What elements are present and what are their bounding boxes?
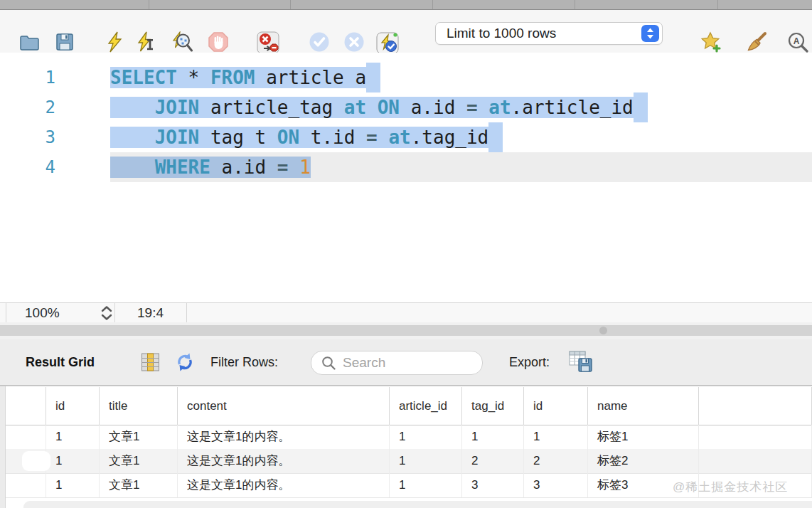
code-segment: at [344,97,366,118]
grid-row-2[interactable]: 1文章1这是文章1的内容。122标签2 [0,449,812,474]
grid-cell[interactable]: 1 [46,425,100,449]
column-header-title[interactable]: title [100,387,178,425]
column-header-id[interactable]: id [524,387,588,425]
result-grid: idtitlecontentarticle_idtag_ididname 1文章… [0,386,812,508]
grid-cell[interactable]: 文章1 [100,449,178,473]
panel-splitter[interactable] [0,325,812,336]
grid-cell[interactable] [0,473,46,497]
grid-cell[interactable] [699,449,812,473]
column-header-article_id[interactable]: article_id [390,387,462,425]
limit-rows-value: Limit to 1000 rows [447,23,556,44]
window-top-strip [0,0,812,10]
editor-status-bar: 100% 19:4 [0,302,812,324]
line-number: 2 [0,92,55,122]
export-label: Export: [509,339,550,385]
sql-editor[interactable]: 1SELECT * FROM article a2 JOIN article_t… [0,53,812,302]
code-segment: a.id [210,157,277,178]
column-header-content[interactable]: content [178,387,390,425]
grid-cell[interactable]: 1 [462,425,524,449]
column-header-tag_id[interactable]: tag_id [462,387,524,425]
code-text: SELECT * FROM article a [110,63,812,92]
column-header-id[interactable]: id [46,387,100,425]
code-segment: * [177,67,210,88]
grid-cell[interactable]: 这是文章1的内容。 [178,449,390,473]
zoom-level: 100% [25,303,60,323]
zoom-control[interactable]: 100% [6,303,115,323]
code-segment [110,127,155,148]
toggle-autocommit-icon[interactable] [376,31,399,53]
code-segment [378,127,389,148]
grid-cell[interactable]: 1 [390,425,462,449]
strip-divider [432,0,433,9]
code-segment: JOIN [155,127,200,148]
save-snippet-icon[interactable] [700,31,722,53]
code-text: JOIN article_tag at ON a.id = at.article… [110,92,812,122]
refresh-icon[interactable] [175,352,195,375]
zoom-stepper-icon[interactable] [100,305,114,321]
grid-cell[interactable]: 这是文章1的内容。 [178,425,390,449]
grid-cell[interactable]: 1 [390,473,462,497]
rollback-icon[interactable] [343,31,365,53]
grid-cell[interactable]: 文章1 [100,425,178,449]
line-number: 4 [0,152,55,182]
code-segment: 1 [299,157,311,178]
strip-divider [717,0,718,9]
selection-tail [366,63,380,92]
grid-cell[interactable]: 2 [524,449,588,473]
grid-cell[interactable]: 3 [462,473,524,497]
grid-cell[interactable]: 标签1 [588,425,699,449]
beautify-sql-icon[interactable] [747,31,768,53]
new-row-placeholder[interactable] [23,501,812,508]
toggle-stop-on-error-icon[interactable] [257,31,279,53]
code-segment [366,97,378,118]
filter-search-box[interactable] [311,351,483,375]
grid-cell[interactable] [0,425,46,449]
selection-tail [488,122,503,152]
code-segment [478,97,489,118]
filter-rows-label: Filter Rows: [210,339,278,385]
grid-view-icon[interactable] [141,352,160,375]
explain-plan-icon[interactable] [171,31,193,53]
open-script-icon[interactable] [18,31,40,53]
code-segment: ON [378,97,400,118]
code-segment: = [366,127,378,148]
editor-line[interactable]: 2 JOIN article_tag at ON a.id = at.artic… [0,92,812,122]
grid-cell[interactable]: 1 [524,425,588,449]
query-toolbar: Limit to 1000 rows A [0,10,812,53]
grid-cell[interactable]: 1 [46,449,100,473]
export-recordset-icon[interactable] [569,351,597,376]
strip-divider [575,0,575,9]
grid-cell[interactable]: 1 [46,473,100,497]
code-segment: at [488,97,511,118]
result-grid-toolbar: Result Grid Filter Rows: Export: [0,339,812,386]
save-script-icon[interactable] [54,31,75,53]
limit-rows-dropdown[interactable]: Limit to 1000 rows [435,22,663,45]
svg-text:A: A [794,36,800,46]
grid-header-row: idtitlecontentarticle_idtag_ididname [0,387,812,425]
code-text: WHERE a.id = 1 [110,152,812,182]
grid-cell[interactable]: 标签2 [588,449,699,473]
splitter-handle-icon [599,327,607,334]
code-segment: WHERE [155,157,210,178]
execute-query-icon[interactable] [104,31,125,53]
grid-cell[interactable] [699,425,812,449]
grid-cell[interactable]: 1 [390,449,462,473]
code-segment: article_tag [199,97,344,118]
grid-cell[interactable]: 3 [524,473,588,497]
find-in-editor-icon[interactable]: A [787,31,808,53]
column-header-name[interactable]: name [588,387,699,425]
code-segment: tag t [199,127,277,148]
search-input[interactable] [341,353,476,373]
execute-current-statement-icon[interactable] [135,31,156,53]
editor-line[interactable]: 3 JOIN tag t ON t.id = at.tag_id [0,122,812,152]
commit-icon[interactable] [309,31,330,53]
stop-query-icon[interactable] [208,31,229,53]
column-header-blank [0,387,46,425]
editor-line[interactable]: 1SELECT * FROM article a [0,63,812,92]
editor-line[interactable]: 4 WHERE a.id = 1 [0,152,812,182]
code-segment: t.id [299,127,366,148]
grid-row-1[interactable]: 1文章1这是文章1的内容。111标签1 [0,425,812,450]
grid-cell[interactable]: 2 [462,449,524,473]
grid-cell[interactable]: 文章1 [100,473,178,497]
grid-cell[interactable]: 这是文章1的内容。 [178,473,390,497]
